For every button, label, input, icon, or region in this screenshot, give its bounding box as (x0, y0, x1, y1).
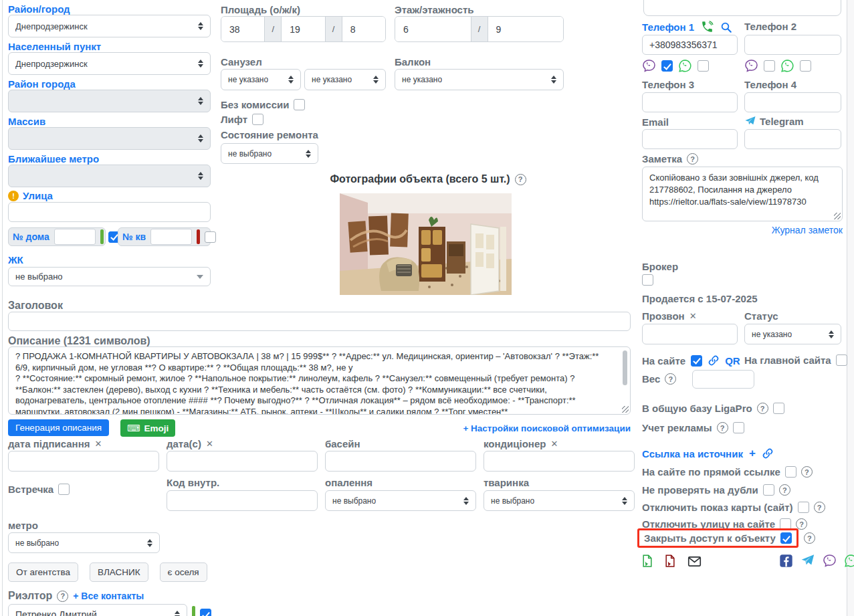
title-input[interactable] (8, 312, 631, 331)
email-send-icon[interactable] (686, 554, 703, 569)
massiv-select[interactable] (8, 127, 211, 150)
apartment-number-checkbox[interactable] (205, 231, 216, 243)
area-living-input[interactable] (282, 17, 324, 41)
nearest-metro-select[interactable] (8, 165, 211, 187)
select-arrows-icon (373, 76, 379, 84)
qr-link[interactable]: QR (725, 355, 740, 367)
pet-select[interactable]: не выбрано (484, 490, 635, 511)
prozvon-input[interactable] (642, 324, 738, 344)
city-district-select[interactable] (8, 90, 211, 112)
complex-select[interactable]: не выбрано (8, 267, 211, 286)
area-label: Площадь (о/ж/к) (221, 4, 300, 15)
source-link-label[interactable]: Ссылка на источник (642, 448, 743, 459)
phone2-viber-checkbox[interactable] (764, 60, 775, 72)
house-number-input[interactable] (54, 229, 96, 245)
link-icon[interactable] (762, 447, 774, 459)
on-site-checkbox[interactable] (691, 355, 702, 367)
clear-field-icon[interactable]: ✕ (95, 439, 102, 449)
realtor-select[interactable]: Петренко Дмитрий (8, 604, 187, 616)
vstrechka-checkbox[interactable] (58, 484, 70, 495)
description-textarea[interactable]: ? ПРОДАЖА 1-КОМНАТНОЙ КВАРТИРЫ У АВТОВОК… (8, 346, 631, 415)
owner-name-input-partial[interactable] (643, 0, 841, 16)
description-resize-grip[interactable] (622, 406, 629, 413)
close-access-checkbox[interactable] (780, 532, 792, 544)
internal-code-input[interactable] (167, 490, 318, 511)
help-icon: ? (757, 403, 768, 414)
phone4-input[interactable] (744, 92, 841, 112)
e-oselya-tag[interactable]: є оселя (160, 562, 207, 582)
viber-icon (744, 59, 758, 73)
from-agency-tag[interactable]: От агентства (8, 562, 78, 582)
search-icon[interactable] (720, 21, 732, 33)
clear-field-icon[interactable]: ✕ (206, 439, 213, 449)
bathroom-select-1[interactable]: не указано (221, 69, 301, 90)
telegram-icon[interactable] (800, 553, 815, 568)
status-select[interactable]: не указано (744, 324, 841, 344)
clear-field-icon[interactable]: ✕ (689, 311, 697, 321)
broker-checkbox[interactable] (642, 274, 653, 286)
elevator-label: Лифт (221, 114, 247, 125)
heating-select[interactable]: не выбрано (325, 490, 476, 511)
help-icon: ? (665, 373, 676, 385)
note-resize-grip[interactable] (834, 213, 841, 219)
seo-settings-link[interactable]: + Настройки поисковой оптимизации (463, 423, 631, 433)
phone1-viber-checkbox[interactable] (661, 60, 673, 72)
note-textarea[interactable]: Скопійовано з бази зовнішніх джерел, код… (642, 167, 843, 221)
area-kitchen-input[interactable] (342, 17, 385, 41)
clear-field-icon[interactable]: ✕ (550, 439, 558, 449)
link-icon[interactable] (708, 354, 720, 367)
no-commission-checkbox[interactable] (294, 99, 305, 110)
weight-input[interactable] (692, 370, 754, 389)
owner-tag[interactable]: ВЛАСНИК (90, 562, 148, 582)
select-arrows-icon (288, 76, 294, 84)
date-from-input[interactable] (167, 451, 318, 472)
bathroom-label: Санузел (221, 56, 262, 68)
balcony-select[interactable]: не указано (395, 69, 564, 90)
telegram-input[interactable] (744, 129, 841, 149)
nearest-metro-label: Ближайшее метро (8, 153, 99, 165)
area-total-input[interactable] (221, 17, 264, 41)
phone2-label: Телефон 2 (744, 21, 796, 32)
phone1-whatsapp-checkbox[interactable] (698, 60, 709, 72)
email-input[interactable] (642, 129, 738, 149)
phone2-whatsapp-checkbox[interactable] (800, 60, 811, 72)
add-source-icon[interactable]: + (749, 447, 756, 460)
phone3-input[interactable] (642, 92, 738, 112)
ads-accounting-checkbox[interactable] (733, 422, 744, 433)
floor-input[interactable] (395, 17, 471, 41)
call-icon[interactable] (701, 21, 714, 33)
direct-link-checkbox[interactable] (785, 466, 796, 478)
pdf-document-icon[interactable] (663, 554, 677, 569)
whatsapp-icon[interactable] (844, 554, 854, 568)
viber-icon[interactable] (823, 554, 837, 568)
note-journal-link[interactable]: Журнал заметок (772, 225, 843, 235)
settlement-select[interactable]: Днепродзержинск (8, 52, 211, 75)
district-city-select[interactable]: Днепродзержинск (8, 15, 211, 37)
no-dupes-checkbox[interactable] (763, 484, 774, 496)
on-main-checkbox[interactable] (836, 354, 847, 366)
ligapro-checkbox[interactable] (773, 403, 784, 414)
signing-date-input[interactable] (8, 451, 159, 472)
pool-input[interactable] (325, 451, 476, 472)
property-photo[interactable] (340, 193, 512, 295)
floors-total-input[interactable] (488, 17, 564, 41)
phone1-input[interactable] (642, 35, 738, 55)
generate-description-button[interactable]: Генерация описания (8, 419, 109, 436)
pdf-export-icon[interactable] (641, 554, 654, 569)
air-conditioner-input[interactable] (484, 451, 635, 472)
facebook-icon[interactable] (779, 554, 793, 568)
street-input[interactable] (8, 202, 211, 222)
apartment-number-input[interactable] (150, 229, 192, 245)
phone2-input[interactable] (744, 35, 841, 55)
emoji-button[interactable]: ⌨Emoji (120, 419, 175, 437)
elevator-checkbox[interactable] (252, 114, 263, 125)
repair-state-label: Состояние ремонта (221, 129, 318, 140)
disable-map-checkbox[interactable] (798, 502, 809, 513)
realtor-checkbox[interactable] (200, 609, 211, 616)
bathroom-select-2[interactable]: не указано (304, 69, 386, 90)
all-contacts-link[interactable]: + Все контакты (73, 591, 144, 601)
metro-select[interactable]: не выбрано (8, 532, 160, 553)
repair-state-select[interactable]: не выбрано (221, 143, 318, 164)
description-scrollbar[interactable] (623, 350, 627, 385)
select-arrows-icon (198, 97, 203, 105)
